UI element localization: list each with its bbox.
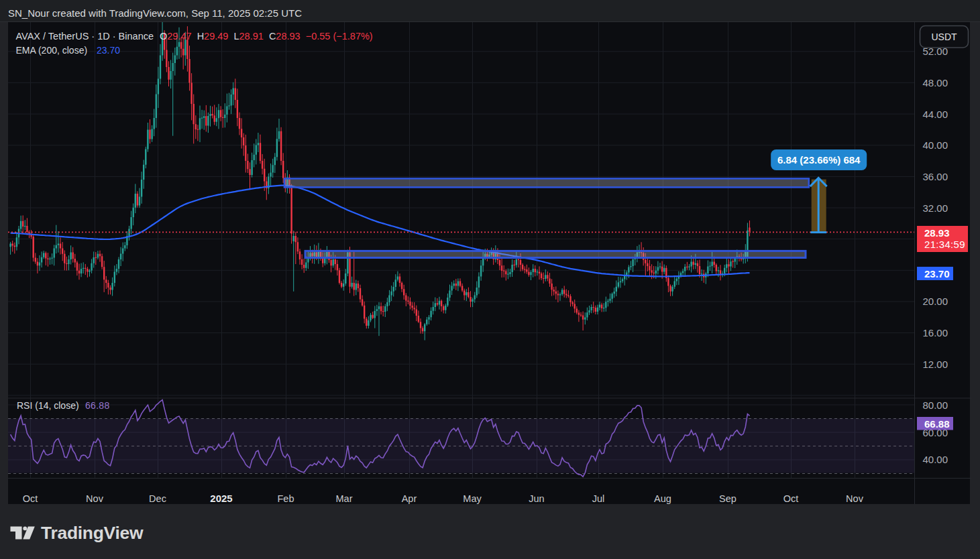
svg-text:48.00: 48.00 <box>923 77 948 88</box>
svg-text:16.00: 16.00 <box>923 327 948 338</box>
svg-text:23.70: 23.70 <box>97 45 120 56</box>
svg-text:TradingView: TradingView <box>41 523 144 543</box>
svg-text:Aug: Aug <box>654 493 671 504</box>
svg-text:Sep: Sep <box>719 493 737 504</box>
svg-text:6.84 (23.66%) 684: 6.84 (23.66%) 684 <box>777 154 861 166</box>
svg-text:28.93: 28.93 <box>924 227 950 239</box>
svg-text:Jun: Jun <box>529 493 544 504</box>
svg-text:AVAX / TetherUS · 1D · Binance: AVAX / TetherUS · 1D · Binance <box>16 31 154 42</box>
svg-text:36.00: 36.00 <box>923 171 948 182</box>
svg-text:21:34:59: 21:34:59 <box>924 239 965 250</box>
svg-text:20.00: 20.00 <box>923 296 948 307</box>
svg-text:Dec: Dec <box>149 493 166 504</box>
svg-text:Nov: Nov <box>86 493 104 504</box>
svg-text:EMA (200, close): EMA (200, close) <box>16 45 88 56</box>
svg-text:66.88: 66.88 <box>85 400 110 411</box>
svg-text:Oct: Oct <box>23 493 38 504</box>
svg-text:32.00: 32.00 <box>923 202 948 214</box>
svg-text:12.00: 12.00 <box>923 359 948 370</box>
svg-text:Apr: Apr <box>402 493 417 504</box>
svg-text:Oct: Oct <box>783 493 799 504</box>
svg-text:2025: 2025 <box>210 493 232 504</box>
svg-text:RSI (14, close): RSI (14, close) <box>17 400 79 411</box>
svg-text:Mar: Mar <box>336 493 353 504</box>
svg-text:Feb: Feb <box>278 493 294 504</box>
svg-text:40.00: 40.00 <box>923 454 948 465</box>
svg-text:May: May <box>463 493 482 504</box>
svg-text:SN_Nour created with TradingVi: SN_Nour created with TradingView.com, Se… <box>8 7 302 19</box>
svg-text:Nov: Nov <box>846 493 864 504</box>
svg-text:Jul: Jul <box>592 493 605 504</box>
svg-text:23.70: 23.70 <box>924 268 950 280</box>
svg-text:40.00: 40.00 <box>923 139 948 151</box>
svg-text:USDT: USDT <box>931 32 957 42</box>
svg-text:O29.47 H29.49 L28.91 C28.93: O29.47 H29.49 L28.91 C28.93 −0.55 (−1.87… <box>160 31 373 42</box>
svg-text:44.00: 44.00 <box>923 109 948 120</box>
svg-text:80.00: 80.00 <box>923 399 948 411</box>
svg-text:66.88: 66.88 <box>924 418 950 430</box>
